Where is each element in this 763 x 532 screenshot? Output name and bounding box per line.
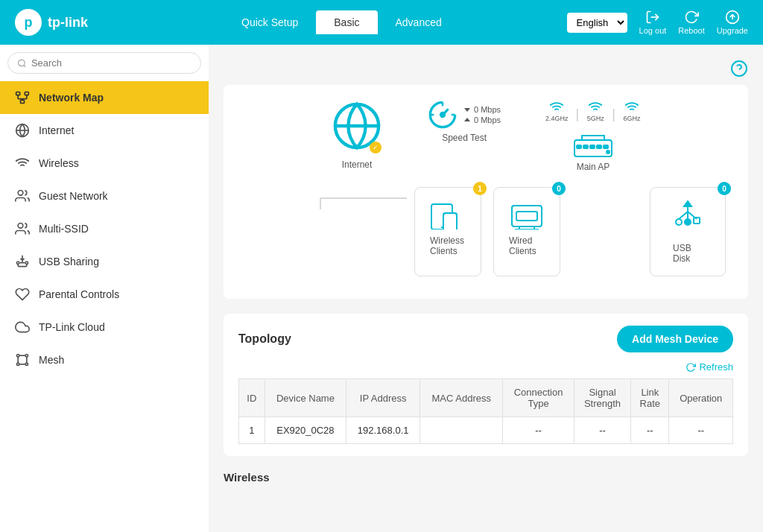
- sidebar-item-mesh[interactable]: Mesh: [0, 343, 209, 376]
- wireless-clients-label: Wireless Clients: [430, 235, 466, 256]
- wireless-clients-badge: 1: [473, 182, 487, 195]
- refresh-row[interactable]: Refresh: [238, 361, 733, 373]
- sidebar-item-wireless[interactable]: Wireless: [0, 147, 209, 180]
- language-select[interactable]: English: [567, 13, 627, 33]
- sidebar-item-usb-sharing[interactable]: USB Sharing: [0, 245, 209, 278]
- wired-clients-badge: 0: [552, 182, 566, 195]
- search-box[interactable]: [7, 52, 201, 74]
- wireless-clients-box[interactable]: 1 Wireless Clients: [414, 187, 481, 276]
- main-layout: Network Map Internet Wireless Guest Ne: [0, 45, 763, 532]
- upgrade-button[interactable]: Upgrade: [717, 10, 748, 35]
- mesh-icon: [15, 352, 30, 367]
- col-connection-type: ConnectionType: [503, 379, 574, 417]
- svg-rect-44: [577, 145, 581, 148]
- topology-table: ID Device Name IP Address MAC Address Co…: [238, 379, 733, 444]
- svg-point-19: [18, 224, 23, 229]
- svg-line-6: [24, 65, 25, 66]
- logo-text: tp-link: [48, 15, 88, 31]
- svg-point-22: [17, 355, 19, 357]
- upgrade-icon: [725, 10, 740, 25]
- svg-rect-9: [21, 100, 25, 103]
- col-mac-address: MAC Address: [420, 379, 503, 417]
- sidebar-item-parental-controls-label: Parental Controls: [39, 288, 119, 300]
- refresh-icon: [686, 362, 696, 373]
- col-operation: Operation: [669, 379, 733, 417]
- wifi-5ghz-icon: [586, 100, 604, 115]
- sidebar-item-network-map[interactable]: Network Map: [0, 81, 209, 114]
- main-ap-node[interactable]: 2.4GHz | 5GHz |: [545, 100, 641, 172]
- svg-point-24: [17, 363, 19, 365]
- row-id: 1: [239, 417, 265, 444]
- sidebar-item-multi-ssid[interactable]: Multi-SSID: [0, 212, 209, 245]
- sidebar-item-internet[interactable]: Internet: [0, 114, 209, 147]
- branches: 1 Wireless Clients: [407, 180, 733, 284]
- sidebar-item-guest-network[interactable]: Guest Network: [0, 180, 209, 212]
- sidebar-item-parental-controls[interactable]: Parental Controls: [0, 278, 209, 311]
- reboot-button[interactable]: Reboot: [678, 10, 704, 35]
- svg-text:p: p: [25, 15, 33, 30]
- svg-point-20: [17, 262, 19, 264]
- usb-sharing-icon: [15, 254, 30, 269]
- logo-area: p tp-link: [15, 9, 224, 36]
- row-operation: --: [669, 417, 733, 444]
- svg-point-69: [676, 219, 682, 225]
- tab-advanced[interactable]: Advanced: [378, 10, 460, 34]
- nav-area: Quick Setup Basic Advanced English Log o…: [224, 10, 748, 35]
- internet-node[interactable]: ✓ Internet: [331, 100, 383, 170]
- wifi-2.4ghz-icon: [548, 100, 566, 115]
- svg-point-5: [19, 60, 25, 66]
- col-id: ID: [239, 379, 265, 417]
- sidebar-item-tp-link-cloud[interactable]: TP-Link Cloud: [0, 311, 209, 343]
- tree-lines: [238, 187, 407, 209]
- clients-group: 1 Wireless Clients: [407, 180, 568, 284]
- guest-network-icon: [15, 189, 30, 203]
- main-ap-label: Main AP: [577, 162, 610, 172]
- usb-group: 0 U: [642, 180, 733, 284]
- reboot-icon: [684, 10, 699, 25]
- header: p tp-link Quick Setup Basic Advanced Eng…: [0, 0, 763, 45]
- internet-icon: [15, 123, 30, 138]
- wired-clients-box[interactable]: 0 Wired Clients: [493, 187, 560, 276]
- logout-icon: [645, 10, 660, 25]
- tab-quick-setup[interactable]: Quick Setup: [224, 10, 316, 34]
- svg-point-71: [685, 219, 691, 225]
- wifi-2.4ghz: 2.4GHz: [545, 100, 569, 122]
- content: ✓ Internet: [209, 45, 763, 532]
- help-icon-area: [224, 60, 748, 77]
- svg-marker-36: [464, 118, 470, 121]
- wireless-section-label: Wireless: [224, 471, 748, 484]
- sidebar-item-usb-sharing-label: USB Sharing: [39, 256, 99, 267]
- parental-controls-icon: [15, 287, 30, 302]
- row-device-name: EX920_0C28: [265, 417, 346, 444]
- col-signal-strength: SignalStrength: [574, 379, 630, 417]
- topology-table-body: 1 EX920_0C28 192.168.0.1 -- -- -- --: [239, 417, 733, 444]
- usb-disk-badge: 0: [718, 182, 731, 195]
- router-icon: [571, 125, 615, 159]
- logout-button[interactable]: Log out: [639, 10, 667, 35]
- svg-point-49: [607, 151, 610, 153]
- sidebar-item-guest-network-label: Guest Network: [39, 190, 108, 202]
- usb-disk-label: USB Disk: [673, 243, 703, 264]
- sidebar-item-tp-link-cloud-label: TP-Link Cloud: [39, 321, 105, 333]
- svg-marker-65: [684, 201, 691, 206]
- svg-marker-35: [464, 108, 470, 112]
- header-actions: Log out Reboot Upgrade: [639, 10, 748, 35]
- speed-test-area[interactable]: 0 Mbps 0 Mbps Speed Test: [428, 100, 501, 143]
- usb-disk-box[interactable]: 0 U: [650, 187, 726, 276]
- topology-section: Topology Add Mesh Device Refresh ID Devi…: [224, 314, 748, 456]
- col-link-rate: LinkRate: [631, 379, 669, 417]
- svg-rect-7: [16, 92, 20, 95]
- add-mesh-button[interactable]: Add Mesh Device: [617, 326, 733, 352]
- search-input[interactable]: [31, 57, 191, 69]
- row-link-rate: --: [631, 417, 669, 444]
- svg-rect-46: [590, 145, 595, 148]
- band-divider-1: |: [576, 107, 580, 122]
- svg-point-25: [25, 363, 28, 365]
- search-icon: [17, 58, 27, 69]
- tab-basic[interactable]: Basic: [316, 10, 377, 34]
- help-icon[interactable]: [730, 60, 748, 77]
- col-device-name: Device Name: [265, 379, 346, 417]
- svg-rect-47: [597, 145, 601, 148]
- cloud-icon: [15, 320, 30, 335]
- band-divider-2: |: [612, 107, 615, 122]
